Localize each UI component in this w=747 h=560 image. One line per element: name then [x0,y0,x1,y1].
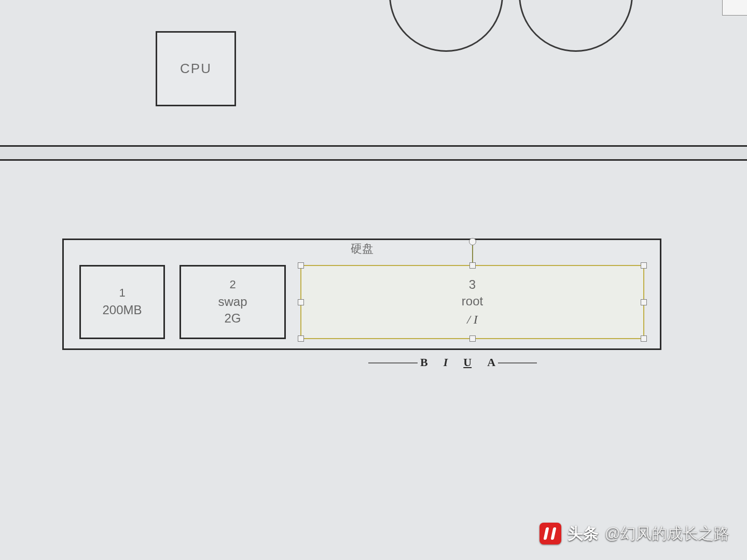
drawing-canvas[interactable]: CPU 硬盘 1 200MB 2 swap 2G [0,0,747,560]
window-edge [722,0,747,16]
resize-handle[interactable] [641,299,647,305]
partition-2-shape[interactable]: 2 swap 2G [179,265,286,339]
cpu-label: CPU [180,61,212,77]
resize-handle[interactable] [469,335,476,342]
toutiao-logo-icon [540,523,561,544]
bold-button[interactable]: B [420,356,428,369]
top-arc-shape [519,0,633,52]
text-cursor: / I [467,311,478,328]
resize-handle[interactable] [298,335,304,342]
partition-index: 2 [229,277,236,292]
partition-size: 2G [224,310,241,327]
partition-index: 1 [119,285,125,301]
rotation-handle-line [472,244,473,263]
resize-handle[interactable] [298,262,304,269]
resize-handle[interactable] [641,262,647,269]
partition-3-shape-selected[interactable]: 3 root / I [300,265,644,339]
text-format-toolbar: B I U A [420,356,495,369]
partition-label: root [462,293,483,310]
section-divider [0,145,747,161]
partition-label: swap [218,293,247,310]
resize-handle[interactable] [469,262,476,269]
italic-button[interactable]: I [444,356,448,369]
underline-button[interactable]: U [463,356,472,369]
watermark: 头条 @幻风的成长之路 [540,523,729,544]
resize-handle[interactable] [298,299,304,305]
hard-disk-container-shape[interactable]: 硬盘 1 200MB 2 swap 2G [62,239,661,350]
partition-label: 200MB [102,302,142,318]
font-color-button[interactable]: A [487,356,495,369]
rotation-handle[interactable] [469,238,476,245]
partitions-row: 1 200MB 2 swap 2G 3 root [79,265,644,339]
watermark-author: @幻风的成长之路 [605,523,729,544]
watermark-brand: 头条 [568,523,599,544]
partition-index: 3 [469,276,476,293]
resize-handle[interactable] [641,335,647,342]
partition-1-shape[interactable]: 1 200MB [79,265,165,339]
top-arc-shape [389,0,503,52]
cpu-box-shape[interactable]: CPU [156,31,236,106]
hard-disk-title: 硬盘 [64,239,660,257]
